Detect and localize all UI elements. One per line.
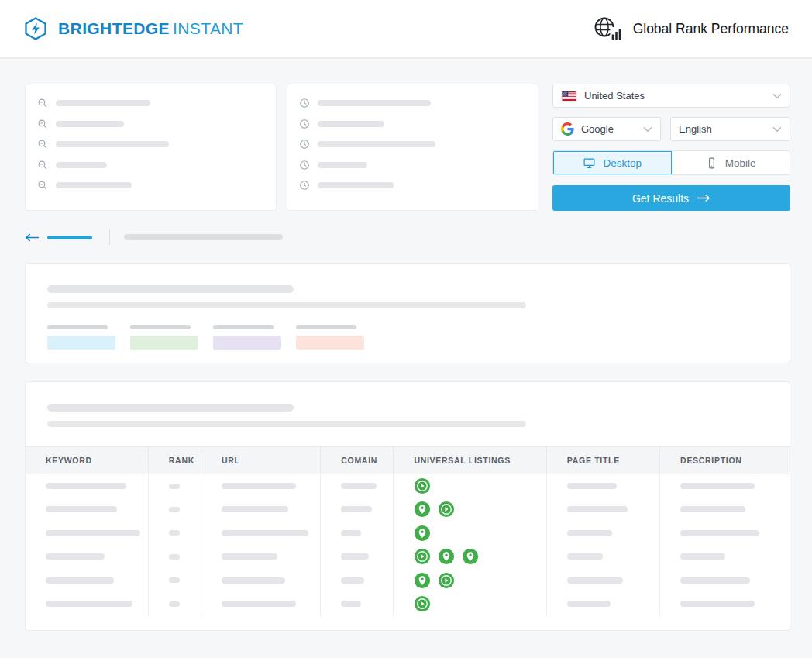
get-results-button[interactable]: Get Results xyxy=(552,185,790,211)
stat-block-purple xyxy=(213,336,281,350)
country-select[interactable]: United States xyxy=(552,84,790,108)
results-table: KEYWORD RANK URL COMAIN UNIVERSAL LISTIN… xyxy=(26,446,790,616)
stat-block-green xyxy=(130,336,198,350)
language-select[interactable]: English xyxy=(670,117,790,141)
skeleton-bar xyxy=(46,506,117,512)
page-title: Global Rank Performance xyxy=(633,21,789,37)
device-option-desktop-label: Desktop xyxy=(603,157,642,169)
skeleton-bar xyxy=(169,577,180,583)
list-item xyxy=(299,98,526,109)
video-icon xyxy=(414,548,431,565)
skeleton-bar xyxy=(680,530,759,536)
list-item xyxy=(299,119,526,129)
column-header-universal-listings: UNIVERSAL LISTINGS xyxy=(394,447,546,474)
search-icon xyxy=(37,180,48,191)
breadcrumb xyxy=(25,229,790,246)
device-option-mobile[interactable]: Mobile xyxy=(672,151,790,174)
history-icon xyxy=(299,139,310,150)
search-engine-value: Google xyxy=(581,123,614,135)
skeleton-bar xyxy=(56,141,169,147)
table-header-row: KEYWORD RANK URL COMAIN UNIVERSAL LISTIN… xyxy=(26,447,790,474)
skeleton-bar xyxy=(46,553,105,560)
skeleton-bar xyxy=(46,577,114,584)
skeleton-bar xyxy=(222,601,296,607)
search-controls: United States Google xyxy=(552,84,790,211)
column-header-domain: COMAIN xyxy=(321,447,394,474)
column-header-url: URL xyxy=(201,447,320,474)
history-icon xyxy=(299,160,310,171)
page-title-group: Global Rank Performance xyxy=(593,16,789,42)
search-engine-select[interactable]: Google xyxy=(552,117,661,141)
skeleton-bar xyxy=(567,506,628,512)
get-results-label: Get Results xyxy=(632,192,689,205)
list-item xyxy=(37,139,264,150)
skeleton-bar xyxy=(47,236,92,239)
skeleton-bar xyxy=(222,530,308,536)
query-panel: United States Google xyxy=(25,84,790,211)
device-option-desktop[interactable]: Desktop xyxy=(553,151,672,174)
skeleton-bar xyxy=(318,121,384,127)
skeleton-bar xyxy=(47,404,294,412)
skeleton-bar xyxy=(213,325,274,329)
skeleton-bar xyxy=(222,506,288,512)
recent-searches-card xyxy=(287,84,538,211)
skeleton-bar xyxy=(296,325,356,329)
table-row xyxy=(26,569,790,593)
skeleton-bar xyxy=(318,141,435,147)
skeleton-bar xyxy=(680,601,755,607)
skeleton-bar xyxy=(680,553,725,560)
brand: BRIGHTEDGEINSTANT xyxy=(23,16,243,41)
skeleton-bar xyxy=(56,162,107,168)
table-row xyxy=(26,498,790,522)
device-option-mobile-label: Mobile xyxy=(725,157,756,169)
results-card-header xyxy=(26,404,790,427)
places-icon xyxy=(414,501,431,518)
skeleton-bar xyxy=(222,553,277,560)
summary-card xyxy=(25,263,790,363)
places-icon xyxy=(414,525,431,542)
skeleton-bar xyxy=(56,100,150,106)
divider xyxy=(109,229,110,245)
list-item xyxy=(37,98,264,109)
stat-group xyxy=(47,325,115,350)
skeleton-bar xyxy=(680,483,755,489)
mobile-icon xyxy=(705,157,718,170)
skeleton-bar xyxy=(567,530,612,536)
list-item xyxy=(37,180,264,191)
video-icon xyxy=(414,477,431,494)
skeleton-bar xyxy=(567,601,611,607)
country-select-value: United States xyxy=(584,90,645,102)
skeleton-bar xyxy=(318,182,394,188)
skeleton-bar xyxy=(222,483,296,489)
desktop-icon xyxy=(583,157,596,170)
skeleton-bar xyxy=(222,577,285,584)
column-header-keyword: KEYWORD xyxy=(26,447,148,474)
stat-blocks xyxy=(47,325,768,350)
skeleton-bar xyxy=(341,483,377,489)
chevron-down-icon xyxy=(772,126,782,133)
video-icon xyxy=(414,595,431,612)
device-toggle: Desktop Mobile xyxy=(552,150,790,175)
skeleton-bar xyxy=(130,325,191,329)
table-row xyxy=(26,592,790,616)
skeleton-bar xyxy=(341,601,361,607)
skeleton-bar xyxy=(318,100,431,106)
skeleton-bar xyxy=(46,601,132,607)
list-item xyxy=(299,139,526,150)
skeleton-bar xyxy=(47,421,526,427)
arrow-right-icon xyxy=(697,194,710,202)
global-rank-icon xyxy=(593,16,622,42)
skeleton-bar xyxy=(341,577,364,584)
back-arrow-icon[interactable] xyxy=(25,233,40,243)
language-select-value: English xyxy=(679,123,712,135)
table-row xyxy=(26,545,790,569)
skeleton-bar xyxy=(46,530,140,536)
places-icon xyxy=(414,572,431,589)
stat-group xyxy=(296,325,364,350)
chevron-down-icon xyxy=(643,126,652,133)
skeleton-bar xyxy=(680,506,745,512)
table-row xyxy=(26,474,790,498)
places-icon xyxy=(462,548,479,565)
table-row xyxy=(26,522,790,546)
skeleton-bar xyxy=(47,285,294,293)
